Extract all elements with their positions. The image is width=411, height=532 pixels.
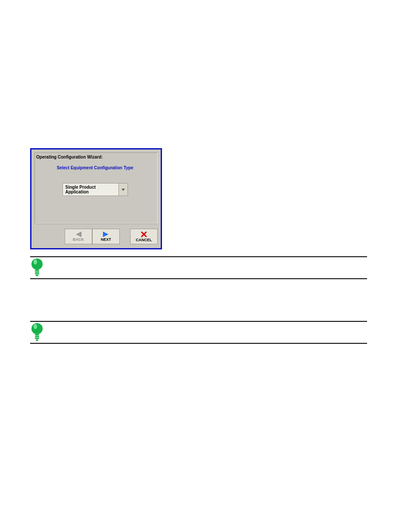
wizard-body: Operating Configuration Wizard: Select E…: [34, 152, 158, 224]
chevron-down-icon: [121, 189, 125, 191]
cancel-button[interactable]: CANCEL: [130, 229, 158, 244]
cancel-button-label: CANCEL: [136, 238, 152, 242]
dropdown-toggle[interactable]: [118, 184, 127, 196]
svg-point-3: [31, 258, 43, 270]
wizard-prompt: Select Equipment Configuration Type: [36, 165, 154, 170]
back-button: BACK: [65, 229, 92, 244]
svg-rect-5: [35, 270, 39, 271]
wizard-title: Operating Configuration Wizard:: [36, 155, 154, 159]
lightbulb-icon: [31, 258, 44, 277]
svg-point-10: [34, 324, 37, 329]
svg-rect-12: [35, 336, 39, 337]
wizard-button-bar: BACK NEXT CANCEL: [34, 224, 158, 246]
svg-rect-6: [35, 271, 39, 273]
next-button[interactable]: NEXT: [92, 229, 120, 244]
arrow-right-icon: [103, 232, 109, 237]
arrow-left-icon: [75, 232, 81, 237]
equipment-config-type-dropdown[interactable]: Single Product Application: [62, 183, 128, 196]
separator: [30, 321, 367, 322]
close-icon: [141, 231, 147, 238]
svg-rect-8: [36, 275, 38, 276]
svg-rect-14: [36, 339, 38, 341]
operating-configuration-wizard: Operating Configuration Wizard: Select E…: [30, 148, 162, 249]
svg-point-9: [31, 323, 43, 334]
svg-marker-1: [76, 232, 81, 237]
svg-rect-7: [35, 273, 39, 274]
separator: [30, 343, 367, 344]
svg-marker-2: [103, 232, 108, 237]
separator: [30, 256, 367, 257]
equipment-config-type-value: Single Product Application: [63, 184, 119, 196]
svg-point-4: [34, 259, 37, 264]
svg-marker-0: [121, 189, 125, 191]
separator: [30, 278, 367, 279]
lightbulb-icon: [31, 323, 44, 342]
svg-rect-11: [35, 334, 39, 336]
next-button-label: NEXT: [101, 237, 111, 242]
svg-rect-13: [35, 338, 39, 339]
back-button-label: BACK: [73, 237, 84, 242]
